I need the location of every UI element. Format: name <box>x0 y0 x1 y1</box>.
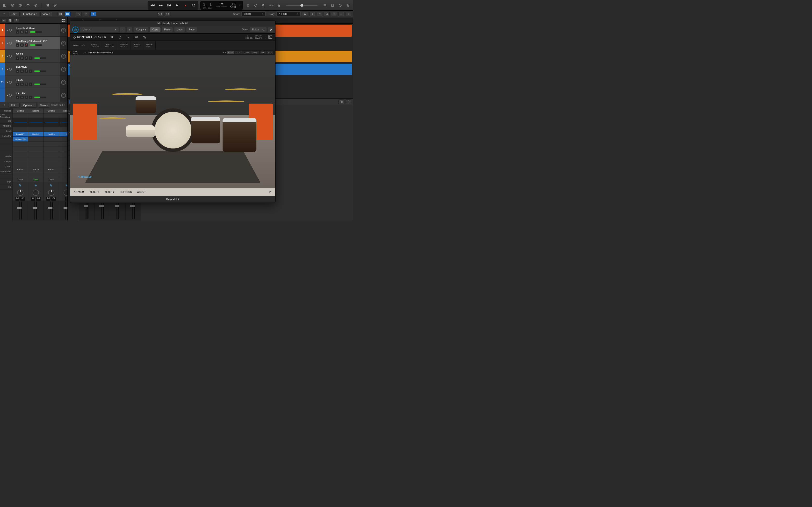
kontakt-rack-icon[interactable] <box>109 34 114 40</box>
master-param[interactable]: Tune440.00 Hz <box>102 41 117 50</box>
kontakt-tab[interactable]: MIXER 2 <box>105 191 114 193</box>
audiofx-slot[interactable]: Channel EQ <box>13 137 28 142</box>
hzoom-icon[interactable]: ⇔ <box>317 12 322 16</box>
setting-slot[interactable]: Setting <box>28 108 44 113</box>
solo-button[interactable]: S <box>20 69 24 73</box>
quicksampler-icon[interactable] <box>33 2 39 8</box>
automation-mode[interactable]: Read <box>44 177 59 182</box>
kontakt-tab[interactable]: SETTINGS <box>120 191 132 193</box>
plugin-view-select[interactable]: Editor◇ <box>250 27 266 32</box>
input-monitor-button[interactable]: I <box>29 56 33 60</box>
plugin-prev-button[interactable]: ‹ <box>120 27 125 32</box>
record-button[interactable]: ● <box>182 2 189 9</box>
group-slot[interactable] <box>59 172 67 177</box>
input-slot[interactable]: Kont3-4 <box>28 131 44 137</box>
audiofx-slot[interactable] <box>44 157 59 162</box>
midifx-slot[interactable] <box>13 126 28 131</box>
eq-thumbnail[interactable] <box>44 118 59 126</box>
plugin-next-button[interactable]: › <box>127 27 132 32</box>
global-solo-button[interactable]: S <box>14 18 19 23</box>
rewind-button[interactable]: ◀◀ <box>149 2 156 9</box>
duplicate-track-button[interactable] <box>8 18 12 23</box>
pan-knob[interactable] <box>61 41 66 46</box>
kontakt-files-icon[interactable] <box>117 34 123 40</box>
master-param[interactable]: Volume33% <box>131 41 143 50</box>
input-slot[interactable]: Kontakt 7 <box>13 131 28 137</box>
track-icon[interactable]: ▸ <box>5 37 14 50</box>
master-param[interactable]: Master Editor <box>70 41 88 50</box>
track-icon[interactable]: ▸ <box>5 50 14 62</box>
audiofx-slot[interactable] <box>28 137 44 142</box>
loops-icon[interactable] <box>337 2 343 8</box>
lcd-display[interactable]: 1 1 BAR BEAT 165KEEP TEMPO 4/4Cmaj ▾ <box>200 1 243 10</box>
marquee-tool-icon[interactable]: + ▾ <box>164 12 170 16</box>
copy-button[interactable]: Copy <box>150 27 160 32</box>
snare-drum[interactable] <box>126 125 155 137</box>
input-monitor-button[interactable]: I <box>29 82 33 86</box>
help-icon[interactable] <box>17 2 23 8</box>
audiofx-slot[interactable] <box>59 152 67 157</box>
play-button[interactable]: ▶ <box>173 2 181 9</box>
plugin-power-button[interactable] <box>72 26 79 33</box>
mute-button[interactable]: M <box>16 44 19 47</box>
audiofx-slot[interactable] <box>28 152 44 157</box>
output-page[interactable]: 49-64 <box>251 51 259 54</box>
rack-tom[interactable] <box>136 96 156 113</box>
volume-slider[interactable] <box>30 32 42 33</box>
group-slot[interactable] <box>28 172 44 177</box>
record-enable-button[interactable]: R <box>24 96 28 99</box>
automation-mode[interactable] <box>59 177 67 182</box>
solo-button[interactable]: S <box>20 82 24 86</box>
replace-icon[interactable] <box>245 2 251 8</box>
track-row[interactable]: 6 ▸ RHYTHM M S R I <box>0 63 67 76</box>
eq-thumbnail[interactable] <box>13 118 28 126</box>
wide-channel-icon[interactable] <box>338 100 344 104</box>
plugin-preset-select[interactable]: Manual▾ <box>80 27 119 32</box>
autopunch-icon[interactable] <box>253 2 259 8</box>
vzoom2-icon[interactable]: ↕ <box>346 12 351 16</box>
input-slot[interactable]: K <box>59 131 67 137</box>
mute-button[interactable]: M <box>16 82 19 86</box>
toolbar-icon[interactable] <box>25 2 31 8</box>
track-row[interactable]: ▸ Intro FX M S R I <box>0 89 67 102</box>
library-icon[interactable] <box>2 2 8 8</box>
mute-button[interactable]: M <box>16 69 19 73</box>
record-enable-button[interactable]: R <box>24 82 28 86</box>
audiofx-slot[interactable] <box>59 142 67 147</box>
volume-slider[interactable] <box>34 70 46 72</box>
group-slot[interactable] <box>13 172 28 177</box>
solo-button[interactable]: S <box>20 56 24 60</box>
input-monitor-button[interactable]: I <box>29 96 33 99</box>
zoom-icon[interactable] <box>331 12 337 16</box>
output-slot[interactable]: Bus 10 <box>13 167 28 172</box>
fader[interactable] <box>44 201 59 220</box>
grid-view-icon[interactable] <box>57 12 63 16</box>
kontakt-tab[interactable]: KIT VIEW <box>74 191 84 193</box>
compare-button[interactable]: Compare <box>134 27 148 32</box>
audiofx-slot[interactable] <box>44 137 59 142</box>
ride-cymbal[interactable] <box>208 101 245 102</box>
mixer-back-icon[interactable]: ↖ <box>1 102 7 108</box>
audiofx-slot[interactable] <box>13 142 28 147</box>
mute-button[interactable]: M <box>16 56 19 60</box>
floor-tom-2[interactable] <box>222 118 256 152</box>
setting-slot[interactable]: Setting <box>13 108 28 113</box>
fader[interactable] <box>13 201 28 220</box>
pan-knob[interactable] <box>63 189 67 196</box>
pan-knob[interactable] <box>61 54 66 59</box>
track-row[interactable]: 3 ▸ BASS M S R I <box>0 50 67 63</box>
automation-icon[interactable] <box>83 12 89 16</box>
browser-icon[interactable] <box>345 2 351 8</box>
record-enable-button[interactable]: R <box>24 31 28 34</box>
audiofx-slot[interactable] <box>28 142 44 147</box>
count-in-icon[interactable]: 1234 <box>268 2 274 8</box>
output-page[interactable]: AUX <box>266 51 273 54</box>
setting-slot[interactable]: Setting <box>44 108 59 113</box>
output-slot[interactable] <box>59 167 67 172</box>
forward-button[interactable]: ▶▶ <box>157 2 164 9</box>
audiofx-slot[interactable] <box>59 137 67 142</box>
floor-tom-1[interactable] <box>191 117 220 144</box>
kontakt-kit-view[interactable]: ✎ mixwave <box>70 55 275 188</box>
master-param[interactable]: Ext BPM165.00 <box>117 41 131 50</box>
output-page[interactable]: 33-48 <box>243 51 251 54</box>
